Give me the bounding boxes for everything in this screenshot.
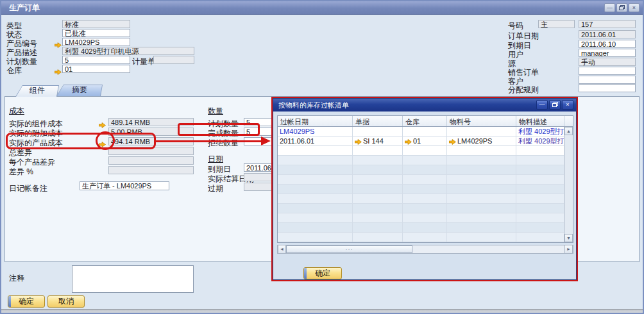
completed-qty-field[interactable]: 5 — [244, 128, 274, 136]
vertical-scrollbar[interactable]: ▲▼ — [564, 127, 573, 242]
overdue-field[interactable] — [244, 183, 274, 191]
actual-component-cost-link-arrow-icon[interactable] — [99, 119, 106, 125]
tab-summary[interactable]: 摘要 — [56, 85, 103, 96]
empty-table-row[interactable] — [278, 223, 573, 233]
journal-remarks-field[interactable]: 生产订单 - LM4029PS — [80, 181, 169, 190]
table-cell[interactable] — [353, 127, 403, 136]
scrollbar-thumb[interactable]: ··· — [286, 245, 412, 253]
popup-title-bar[interactable]: 按物料的库存过帐清单 — × — [273, 99, 576, 112]
table-cell[interactable]: LM4029PS — [447, 136, 516, 146]
empty-cell — [516, 204, 564, 213]
actual-product-cost-link-arrow-icon[interactable] — [99, 138, 106, 144]
table-cell[interactable]: 2011.06.01 — [278, 136, 353, 146]
scroll-left-icon[interactable]: ◄ — [278, 245, 286, 253]
distribution-rule-label: 分配规则 — [508, 85, 539, 95]
tab-components[interactable]: 组件 — [15, 85, 59, 97]
link-arrow-icon[interactable] — [355, 138, 362, 144]
actual-closing-date-field[interactable] — [244, 173, 274, 181]
status-field[interactable]: 已批准 — [62, 29, 130, 37]
empty-table-row[interactable] — [278, 194, 573, 204]
popup-maximize-button[interactable] — [549, 100, 561, 110]
column-header[interactable]: 物料号 — [447, 116, 516, 126]
due-date-field[interactable]: 2011.06.10 — [579, 40, 636, 48]
warehouse-link-arrow-icon[interactable] — [55, 66, 62, 72]
origin-field[interactable]: 手动 — [579, 58, 636, 66]
total-variance-field[interactable] — [108, 147, 194, 155]
table-row[interactable]: LM4029PS利盟 4029型打印 — [278, 127, 573, 136]
restore-button[interactable] — [616, 3, 627, 12]
empty-table-row[interactable] — [278, 213, 573, 223]
column-header[interactable]: 单据 — [353, 116, 403, 126]
table-cell[interactable]: 利盟 4029型打印 — [516, 127, 564, 136]
table-cell[interactable] — [403, 127, 447, 136]
cancel-button[interactable]: 取消 — [47, 295, 85, 308]
empty-cell — [516, 156, 564, 165]
item-no-link-arrow-icon[interactable] — [55, 39, 62, 45]
empty-table-row[interactable] — [278, 146, 573, 156]
planned-qty-field[interactable]: 5 — [62, 56, 130, 64]
empty-cell — [516, 213, 564, 223]
doc-num-series-field[interactable]: 主 — [538, 20, 575, 28]
variance-pct-field[interactable] — [108, 166, 194, 174]
warehouse-field[interactable]: 01 — [62, 65, 130, 73]
scroll-down-icon[interactable]: ▼ — [564, 234, 573, 242]
cell-text: SI 144 — [363, 137, 384, 145]
doc-num-label: 号码 — [508, 21, 523, 31]
cell-text: 利盟 4029型打印 — [518, 127, 564, 136]
table-cell[interactable]: LM4029PS — [278, 127, 353, 136]
actual-additional-cost-field[interactable]: 5.00 RMB — [108, 128, 194, 136]
sales-order-field[interactable] — [579, 67, 636, 75]
empty-table-row[interactable] — [278, 156, 573, 165]
horizontal-scrollbar[interactable]: ◄ ··· ► — [277, 245, 573, 254]
column-header[interactable]: 过帐日期 — [278, 116, 353, 126]
column-header[interactable]: 仓库 — [403, 116, 447, 126]
table-cell[interactable]: 利盟 4029型打印 — [516, 136, 564, 146]
link-arrow-icon[interactable] — [449, 138, 456, 144]
empty-table-row[interactable] — [278, 175, 573, 185]
empty-table-row[interactable] — [278, 233, 573, 242]
doc-num-field[interactable]: 157 — [579, 20, 636, 28]
order-date-field[interactable]: 2011.06.01 — [579, 30, 636, 38]
inventory-posting-list-popup: 按物料的库存过帐清单 — × 过帐日期单据仓库物料号物料描述LM4029PS利盟… — [271, 97, 578, 281]
scroll-up-icon[interactable]: ▲ — [564, 127, 573, 135]
link-arrow-icon[interactable] — [405, 138, 412, 144]
empty-table-row[interactable] — [278, 185, 573, 194]
type-field[interactable]: 标准 — [62, 20, 130, 28]
item-desc-field[interactable]: 利盟 4029型打印机电源 — [62, 47, 194, 55]
close-button[interactable]: × — [629, 3, 640, 12]
popup-close-button[interactable]: × — [562, 100, 573, 110]
planned-qty-sum-field[interactable]: 5 — [244, 118, 274, 126]
table-cell[interactable]: 01 — [403, 136, 447, 146]
customer-field[interactable] — [579, 76, 636, 84]
empty-cell — [516, 223, 564, 233]
variance-per-product-field[interactable] — [108, 156, 194, 165]
popup-ok-button[interactable]: 确定 — [303, 267, 342, 279]
empty-cell — [353, 233, 403, 242]
empty-cell — [403, 175, 447, 185]
header-spacer — [564, 116, 573, 126]
planned-qty-uom-field[interactable] — [153, 56, 194, 64]
empty-cell — [278, 165, 353, 175]
empty-cell — [447, 213, 516, 223]
title-bar[interactable]: 生产订单 — × — [1, 1, 643, 15]
item-no-field[interactable]: LM4029PS — [62, 38, 130, 46]
actual-component-cost-field[interactable]: 489.14 RMB — [108, 118, 194, 126]
popup-minimize-button[interactable]: — — [536, 100, 548, 110]
empty-cell — [403, 156, 447, 165]
empty-table-row[interactable] — [278, 204, 573, 213]
distribution-rule-field[interactable] — [579, 84, 636, 92]
table-cell[interactable]: SI 144 — [353, 136, 403, 146]
rejected-qty-field[interactable] — [244, 137, 274, 145]
scroll-right-icon[interactable]: ► — [564, 245, 573, 253]
due-date-sum-field[interactable]: 2011.06.1 — [244, 163, 274, 172]
remarks-input[interactable] — [72, 265, 194, 293]
ok-button[interactable]: 确定 — [8, 295, 45, 308]
empty-cell — [516, 165, 564, 175]
table-row[interactable]: 2011.06.01SI 14401LM4029PS利盟 4029型打印 — [278, 136, 573, 146]
user-field[interactable]: manager — [579, 49, 636, 57]
column-header[interactable]: 物料描述 — [516, 116, 564, 126]
table-cell[interactable] — [447, 127, 516, 136]
empty-table-row[interactable] — [278, 165, 573, 175]
minimize-button[interactable]: — — [604, 3, 615, 12]
actual-product-cost-field[interactable]: 494.14 RMB — [108, 137, 194, 145]
